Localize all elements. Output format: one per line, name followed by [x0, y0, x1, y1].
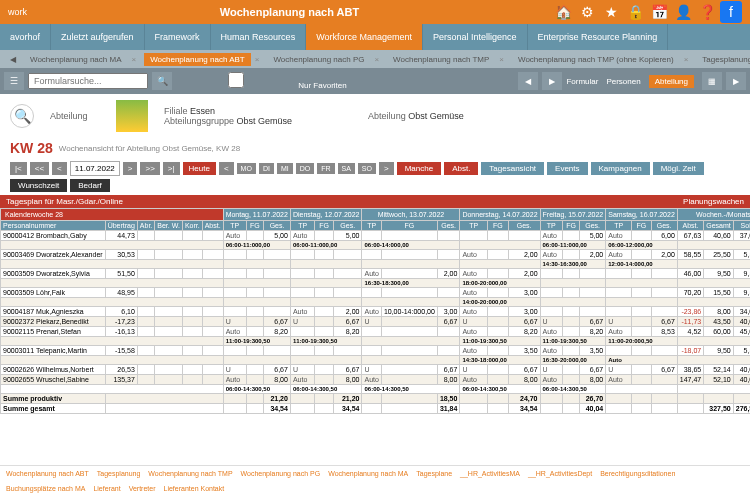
wunsch-btn[interactable]: Wunschzeit — [10, 179, 67, 192]
redbar-left: Tagesplan für Masr./Gdar./Online — [6, 197, 123, 206]
search-btn[interactable]: 🔍 — [152, 72, 172, 90]
footer-link[interactable]: Berechtigungsditationen — [600, 470, 675, 477]
grid-icon[interactable]: ▦ — [702, 72, 722, 90]
day-fr[interactable]: FR — [317, 163, 334, 174]
close-icon[interactable]: × — [493, 53, 510, 66]
footer-link[interactable]: Tagesplane — [416, 470, 452, 477]
search-icon[interactable]: 🔍 — [10, 104, 34, 128]
abteilung-label[interactable]: Abteilung — [649, 75, 694, 88]
table-row[interactable]: 90003509 Löhr,Falk48,95Auto3,0070,2015,5… — [1, 288, 751, 298]
footer-link[interactable]: Wochenplanung nach MA — [328, 470, 408, 477]
nav-prev-icon[interactable]: ◀ — [518, 72, 538, 90]
menu-icon[interactable]: ☰ — [4, 72, 24, 90]
subtab-tag[interactable]: Tagesplanung — [696, 53, 750, 66]
abtgrp-lbl: Abteilungsgruppe — [164, 116, 234, 126]
subtab-tmp[interactable]: Wochenplanung nach TMP — [387, 53, 495, 66]
tab-recent[interactable]: Zuletzt aufgerufen — [51, 24, 145, 50]
search-input[interactable] — [28, 73, 148, 89]
bedarf-btn[interactable]: Bedarf — [70, 179, 110, 192]
home-icon[interactable]: 🏠 — [552, 1, 574, 23]
tab-avorhof[interactable]: avorhof — [0, 24, 51, 50]
table-row[interactable]: 90003469 Dworatzek,Alexander30,53Auto2,0… — [1, 250, 751, 260]
subtab-pg[interactable]: Wochenplanung nach PG — [267, 53, 370, 66]
subtab-tmp2[interactable]: Wochenplanung nach TMP (ohne Kopieren) — [512, 53, 680, 66]
abt2-lbl: Abteilung — [368, 111, 406, 121]
date-field[interactable]: 11.07.2022 — [70, 161, 120, 176]
tab-workforce[interactable]: Workforce Management — [306, 24, 423, 50]
subtab-ma[interactable]: Wochenplanung nach MA — [24, 53, 127, 66]
last-btn[interactable]: >| — [163, 162, 180, 175]
table-row[interactable]: 90003509 Dworatzek,Sylvia51,50Auto2,00Au… — [1, 269, 751, 279]
tab-pi[interactable]: Personal Intelligence — [423, 24, 528, 50]
table-row[interactable]: 90002626 Wilhelmus,Norbert26,53U6,67U6,6… — [1, 365, 751, 375]
today-btn[interactable]: Heute — [183, 162, 216, 175]
user-icon[interactable]: 👤 — [672, 1, 694, 23]
table-row-time[interactable]: 14:30-16:300,0012:00-14:000,00 — [1, 260, 751, 269]
footer-link[interactable]: Wochenplanung nach ABT — [6, 470, 89, 477]
footer-link[interactable]: Vertreter — [129, 485, 156, 492]
day-so[interactable]: SO — [358, 163, 376, 174]
gear-icon[interactable]: ⚙ — [576, 1, 598, 23]
facebook-icon[interactable]: f — [720, 1, 742, 23]
footer-link[interactable]: Lieferant — [93, 485, 120, 492]
abst-btn[interactable]: Abst. — [444, 162, 478, 175]
abt2-val: Obst Gemüse — [408, 111, 464, 121]
close-icon[interactable]: × — [368, 53, 385, 66]
table-row[interactable]: 90002115 Prenari,Stefan-16,13Auto8,208,2… — [1, 327, 751, 337]
close-icon[interactable]: × — [678, 53, 695, 66]
table-row[interactable]: 90002655 Wruschel,Sabine135,37Auto8,00Au… — [1, 375, 751, 385]
table-row-time[interactable]: 06:00-11:000,0006:00-11:000,0006:00-14:0… — [1, 241, 751, 250]
table-row[interactable]: 90003011 Telepanic,Martin-15,58Auto3,50A… — [1, 346, 751, 356]
back-btn[interactable]: < — [52, 162, 67, 175]
tages-btn[interactable]: Tagesansicht — [481, 162, 544, 175]
footer-links: Wochenplanung nach ABTTagesplanungWochen… — [0, 465, 750, 496]
table-row-time[interactable]: 14:00-20:000,00 — [1, 298, 751, 307]
footer-link[interactable]: Tagesplanung — [97, 470, 141, 477]
tab-erp[interactable]: Enterprise Resource Planning — [528, 24, 669, 50]
footer-link[interactable]: __HR_ActivitiesMA — [460, 470, 520, 477]
star-icon[interactable]: ★ — [600, 1, 622, 23]
day-mo[interactable]: MO — [237, 163, 256, 174]
next-btn[interactable]: >> — [140, 162, 159, 175]
tab-hr[interactable]: Human Resources — [211, 24, 307, 50]
close-icon[interactable]: × — [125, 53, 142, 66]
prev-btn[interactable]: << — [30, 162, 49, 175]
table-row-time[interactable]: 11:00-19:300,5011:00-19:300,5011:00-19:3… — [1, 337, 751, 346]
footer-link[interactable]: __HR_ActivitiesDept — [528, 470, 592, 477]
kampagnen-btn[interactable]: Kampagnen — [591, 162, 650, 175]
first-btn[interactable]: |< — [10, 162, 27, 175]
planning-grid: Kalenderwoche 28 Montag, 11.07.2022 Dien… — [0, 208, 750, 414]
moegl-btn[interactable]: Mögl. Zeit — [653, 162, 704, 175]
day-di[interactable]: DI — [259, 163, 274, 174]
footer-link[interactable]: Buchungsplätze nach MA — [6, 485, 85, 492]
cal-prev[interactable]: < — [219, 162, 234, 175]
redbar-right: Planungswachen — [683, 197, 744, 206]
table-row[interactable]: 90004187 Muk,Agnieszka6,10Auto2,00Auto10… — [1, 307, 751, 317]
footer-link[interactable]: Wochenplanung nach PG — [241, 470, 321, 477]
subtab-abt[interactable]: Wochenplanung nach ABT — [144, 53, 251, 66]
footer-link[interactable]: Wochenplanung nach TMP — [148, 470, 232, 477]
table-row-time[interactable]: 06:00-14:300,5006:00-14:300,5006:00-14:3… — [1, 385, 751, 394]
cal-next[interactable]: > — [379, 162, 394, 175]
day-mi[interactable]: MI — [277, 163, 293, 174]
footer-link[interactable]: Lieferanten Kontakt — [164, 485, 225, 492]
fav-checkbox[interactable] — [176, 72, 296, 88]
calendar-icon[interactable]: 📅 — [648, 1, 670, 23]
day-do[interactable]: DO — [296, 163, 315, 174]
day-sa[interactable]: SA — [338, 163, 355, 174]
help-icon[interactable]: ❓ — [696, 1, 718, 23]
table-row[interactable]: 90000412 Brombach,Gaby44,73Auto5,00Auto5… — [1, 231, 751, 241]
forward-icon[interactable]: ▶ — [726, 72, 746, 90]
kw-label: KW 28 — [10, 140, 53, 156]
tab-framework[interactable]: Framework — [145, 24, 211, 50]
manche-btn[interactable]: Manche — [397, 162, 441, 175]
table-row-time[interactable]: 16:30-18:300,0018:00-20:000,00 — [1, 279, 751, 288]
close-icon[interactable]: × — [249, 53, 266, 66]
nav-next-icon[interactable]: ▶ — [542, 72, 562, 90]
back-icon[interactable]: ◀ — [4, 53, 22, 66]
events-btn[interactable]: Events — [547, 162, 587, 175]
lock-icon[interactable]: 🔒 — [624, 1, 646, 23]
fwd-btn[interactable]: > — [123, 162, 138, 175]
table-row-time[interactable]: 14:30-18:000,0016:30-20:000,00Auto — [1, 356, 751, 365]
table-row[interactable]: 90002372 Piekarz,Benedikt-17,23U6,67U6,6… — [1, 317, 751, 327]
